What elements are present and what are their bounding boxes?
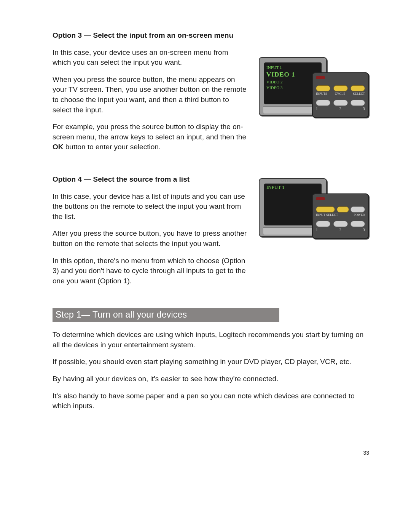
remote-label-input-select: INPUT SELECT xyxy=(316,213,338,217)
illustration-tv-menu: INPUT 1 VIDEO 1 VIDEO 2 VIDEO 3 xyxy=(259,57,369,126)
left-rule xyxy=(42,30,42,456)
option-3-p3: For example, you press the source button… xyxy=(53,122,248,152)
option-4-p2: After you press the source button, you h… xyxy=(53,228,248,249)
tv-menu-line-1: INPUT 1 xyxy=(266,65,295,70)
option-4-heading: Option 4 — Select the source from a list xyxy=(53,174,248,185)
remote-label-inputs: INPUTS xyxy=(316,92,327,96)
remote-num-1: 1 xyxy=(316,228,318,232)
option-3-p2: When you press the source button, the me… xyxy=(53,75,248,115)
option-4-p1: In this case, your device has a list of … xyxy=(53,192,248,222)
step-1-p3: By having all your devices on, it's easi… xyxy=(53,374,369,384)
option-3-p3b: button to enter your selection. xyxy=(64,143,161,151)
remote-num-1: 1 xyxy=(316,107,318,111)
remote-label-power: POWER xyxy=(354,213,365,217)
remote-button-grey xyxy=(333,221,348,227)
section-option-3: Option 3 — Select the input from an on-s… xyxy=(53,30,369,159)
illustration-tv-list: INPUT 1 INPUT SELECT POWE xyxy=(259,178,369,247)
remote-button-grey xyxy=(333,100,348,106)
tv-list-line: INPUT 1 xyxy=(266,184,285,190)
step-1-p4: It's also handy to have some paper and a… xyxy=(53,391,369,411)
remote-label-cycle: CYCLE xyxy=(335,92,346,96)
remote-button-grey xyxy=(350,206,365,212)
tv-menu-line-3: VIDEO 2 xyxy=(266,79,295,85)
option-4-p3: In this option, there's no menu from whi… xyxy=(53,256,248,286)
step-1-heading-bar: Step 1— Turn on all your devices xyxy=(53,308,279,322)
remote-label-select: SELECT xyxy=(353,92,365,96)
option-3-ok: OK xyxy=(53,143,64,151)
remote-num-2: 2 xyxy=(339,228,341,232)
option-3-p3a: For example, you press the source button… xyxy=(53,123,246,141)
remote-button-yellow xyxy=(316,206,335,212)
remote-button-grey xyxy=(350,221,365,227)
remote-num-3: 3 xyxy=(363,228,365,232)
tv-menu-line-4: VIDEO 3 xyxy=(266,85,295,91)
remote-button-yellow xyxy=(337,206,349,212)
remote-num-2: 2 xyxy=(339,107,341,111)
page-number: 33 xyxy=(363,450,369,456)
remote-button-grey xyxy=(316,100,330,106)
remote-button-grey xyxy=(350,100,365,106)
step-1-p2: If possible, you should even start playi… xyxy=(53,357,369,367)
remote-button-yellow xyxy=(350,85,365,91)
option-3-heading: Option 3 — Select the input from an on-s… xyxy=(53,30,248,41)
step-1-body: To determine which devices are using whi… xyxy=(53,330,369,411)
section-option-4: Option 4 — Select the source from a list… xyxy=(53,174,369,293)
remote-button-yellow xyxy=(333,85,348,91)
remote-button-yellow xyxy=(316,85,330,91)
option-3-p1: In this case, your device uses an on-scr… xyxy=(53,48,248,68)
step-1-p1: To determine which devices are using whi… xyxy=(53,330,369,350)
tv-menu-selected: VIDEO 1 xyxy=(266,70,295,79)
remote-num-3: 3 xyxy=(363,107,365,111)
remote-button-grey xyxy=(316,221,330,227)
